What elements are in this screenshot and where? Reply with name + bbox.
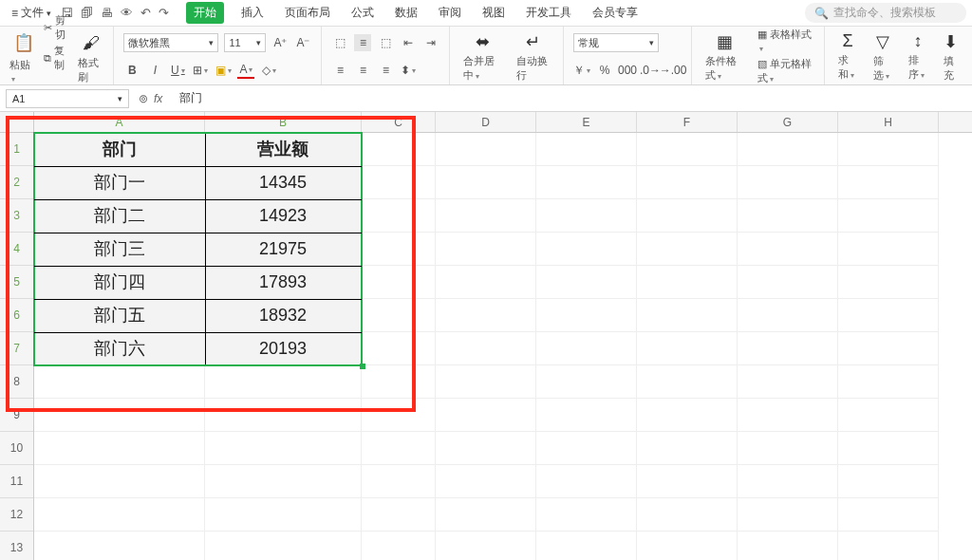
merge-button[interactable]: ⬌ 合并居中 [459, 29, 505, 84]
cell[interactable] [362, 166, 436, 199]
cell[interactable] [536, 399, 637, 432]
highlight-button[interactable]: ◇ [260, 62, 277, 79]
cell[interactable] [838, 532, 939, 560]
cell[interactable]: 部门二 [34, 199, 205, 233]
cell[interactable] [536, 199, 637, 233]
col-header-H[interactable]: H [838, 112, 939, 132]
cell[interactable] [362, 133, 436, 166]
cell[interactable] [205, 399, 362, 432]
col-header-C[interactable]: C [362, 112, 436, 132]
cell[interactable] [436, 399, 536, 432]
cell[interactable] [536, 532, 637, 560]
tab-formula[interactable]: 公式 [347, 1, 378, 25]
fontcolor-button[interactable]: A [237, 62, 254, 79]
cell[interactable]: 部门三 [34, 233, 205, 266]
cell[interactable] [34, 365, 205, 399]
cell[interactable]: 部门四 [34, 266, 205, 299]
increase-decimal-button[interactable]: →.00 [664, 62, 682, 79]
wrap-button[interactable]: ↵ 自动换行 [513, 29, 553, 84]
tab-pagelayout[interactable]: 页面布局 [281, 1, 334, 25]
cell[interactable]: 18932 [205, 299, 362, 332]
row-header-7[interactable]: 7 [0, 332, 33, 365]
cell[interactable] [738, 299, 838, 332]
cell[interactable] [362, 465, 436, 498]
orientation-button[interactable]: ⬍ [400, 62, 417, 79]
cell[interactable] [536, 299, 637, 332]
cell[interactable] [738, 399, 838, 432]
cell[interactable] [738, 432, 838, 465]
font-name-select[interactable]: 微软雅黑▾ [123, 33, 218, 52]
table-style-button[interactable]: ▦表格样式 [757, 28, 814, 53]
cell[interactable] [738, 266, 838, 299]
cell[interactable] [34, 532, 205, 560]
row-header-11[interactable]: 11 [0, 465, 33, 498]
cell[interactable] [738, 233, 838, 266]
cell[interactable] [362, 332, 436, 365]
cell[interactable] [637, 266, 738, 299]
paste-button[interactable]: 📋 [9, 30, 38, 55]
cell[interactable] [205, 432, 362, 465]
filter-button[interactable]: ▽筛选 [869, 29, 897, 84]
cell[interactable] [205, 365, 362, 399]
cell[interactable] [637, 332, 738, 365]
cell[interactable] [436, 365, 536, 399]
cell[interactable] [436, 199, 536, 233]
cell[interactable] [536, 133, 637, 166]
cell[interactable] [838, 498, 939, 532]
cell[interactable]: 部门六 [34, 332, 205, 365]
tab-review[interactable]: 审阅 [435, 1, 465, 25]
cell[interactable] [34, 432, 205, 465]
cell[interactable] [536, 166, 637, 199]
col-header-D[interactable]: D [436, 112, 536, 132]
row-header-13[interactable]: 13 [0, 532, 33, 560]
cell[interactable] [838, 399, 939, 432]
cell[interactable] [436, 432, 536, 465]
bold-button[interactable]: B [123, 62, 140, 79]
border-button[interactable]: ⊞ [192, 62, 209, 79]
sort-button[interactable]: ↕排序 [905, 29, 932, 84]
tab-member[interactable]: 会员专享 [589, 1, 642, 25]
tab-devtools[interactable]: 开发工具 [522, 1, 575, 25]
cell[interactable] [436, 233, 536, 266]
cell[interactable] [362, 532, 436, 560]
row-header-3[interactable]: 3 [0, 199, 33, 233]
cell[interactable] [637, 166, 738, 199]
cell[interactable] [838, 233, 939, 266]
increase-font-button[interactable]: A⁺ [271, 34, 289, 51]
cut-button[interactable]: ✂剪切 [44, 13, 73, 42]
cell[interactable] [436, 133, 536, 166]
row-header-9[interactable]: 9 [0, 399, 33, 432]
cell[interactable] [637, 233, 738, 266]
row-header-2[interactable]: 2 [0, 166, 33, 199]
align-top-button[interactable]: ⬚ [331, 34, 348, 51]
sum-button[interactable]: Σ求和 [834, 29, 862, 84]
cell[interactable] [838, 299, 939, 332]
print-preview-icon[interactable]: 👁 [121, 6, 133, 20]
cell[interactable] [637, 532, 738, 560]
paste-label[interactable]: 粘贴 [9, 58, 31, 84]
cell[interactable] [637, 498, 738, 532]
cell[interactable] [436, 166, 536, 199]
row-header-4[interactable]: 4 [0, 233, 33, 266]
cell[interactable] [637, 299, 738, 332]
cell[interactable] [536, 266, 637, 299]
decrease-font-button[interactable]: A⁻ [294, 34, 311, 51]
row-header-5[interactable]: 5 [0, 266, 33, 299]
cell[interactable] [637, 199, 738, 233]
underline-button[interactable]: U [169, 62, 186, 79]
save-as-icon[interactable]: 🗐 [81, 6, 93, 20]
cell[interactable] [362, 299, 436, 332]
print-icon[interactable]: 🖶 [101, 6, 113, 20]
align-middle-button[interactable]: ≡ [354, 34, 371, 51]
align-bottom-button[interactable]: ⬚ [377, 34, 394, 51]
cell[interactable]: 部门 [34, 133, 205, 166]
cell[interactable] [34, 465, 205, 498]
decrease-decimal-button[interactable]: .0→ [642, 62, 659, 79]
fx-label[interactable]: fx [154, 92, 162, 105]
cell[interactable] [838, 266, 939, 299]
col-header-G[interactable]: G [738, 112, 838, 132]
cell[interactable] [205, 465, 362, 498]
name-box[interactable]: A1 ▾ [6, 89, 129, 108]
percent-button[interactable]: % [596, 62, 613, 79]
cell[interactable]: 14923 [205, 199, 362, 233]
